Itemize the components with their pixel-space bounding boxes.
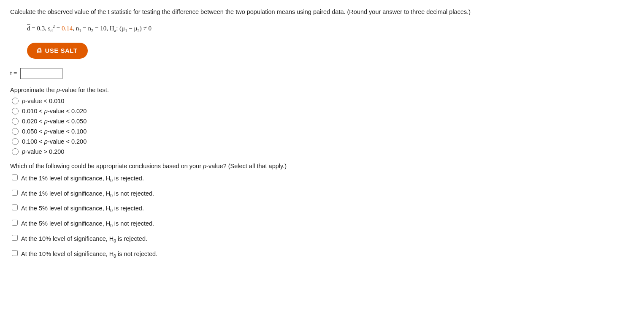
p-value-option-3: 0.020 < p-value < 0.050 <box>12 118 634 125</box>
conclusion-checkbox-5[interactable] <box>12 235 18 241</box>
conclusion-checkbox-3[interactable] <box>12 204 18 210</box>
p-value-option-6: p-value > 0.200 <box>12 148 634 155</box>
t-input-row: t = <box>10 68 634 79</box>
p-value-option-4: 0.050 < p-value < 0.100 <box>12 128 634 135</box>
conclusion-option-2: At the 1% level of significance, H0 is n… <box>12 189 634 198</box>
p-value-radio-1[interactable] <box>12 98 19 104</box>
p-value-prompt: Approximate the p-value for the test. <box>10 87 634 93</box>
p-value-option-5: 0.100 < p-value < 0.200 <box>12 138 634 145</box>
conclusion-label-5: At the 10% level of significance, H0 is … <box>21 235 147 243</box>
question-main-text: Calculate the observed value of the t st… <box>10 8 634 17</box>
conclusion-option-4: At the 5% level of significance, H0 is n… <box>12 219 634 228</box>
conclusion-checkbox-4[interactable] <box>12 220 18 226</box>
conclusion-label-2: At the 1% level of significance, H0 is n… <box>21 190 154 198</box>
d-bar: d = 0.3, sd2 = <box>27 25 62 32</box>
conclusion-checkbox-1[interactable] <box>12 174 18 180</box>
conclusion-label-6: At the 10% level of significance, H0 is … <box>21 251 157 259</box>
p-value-radio-group: p-value < 0.010 0.010 < p-value < 0.020 … <box>12 98 634 155</box>
p-value-label-6: p-value > 0.200 <box>22 148 64 155</box>
p-value-radio-3[interactable] <box>12 118 19 125</box>
conclusion-option-6: At the 10% level of significance, H0 is … <box>12 249 634 259</box>
p-value-radio-2[interactable] <box>12 108 19 114</box>
p-value-radio-6[interactable] <box>12 148 19 155</box>
conclusions-prompt: Which of the following could be appropri… <box>10 163 634 169</box>
sd-sq-value: 0.14 <box>62 25 73 32</box>
t-label: t = <box>10 70 17 77</box>
p-value-label-4: 0.050 < p-value < 0.100 <box>22 128 87 135</box>
conclusion-label-4: At the 5% level of significance, H0 is n… <box>21 220 154 228</box>
p-value-label-5: 0.100 < p-value < 0.200 <box>22 138 87 145</box>
p-value-option-1: p-value < 0.010 <box>12 98 634 104</box>
conclusion-option-5: At the 10% level of significance, H0 is … <box>12 234 634 243</box>
use-salt-button[interactable]: ⎙ USE SALT <box>27 43 88 59</box>
p-value-label-2: 0.010 < p-value < 0.020 <box>22 108 87 114</box>
conclusion-checkbox-6[interactable] <box>12 250 18 256</box>
conclusion-option-1: At the 1% level of significance, H0 is r… <box>12 174 634 183</box>
p-value-label-1: p-value < 0.010 <box>22 98 64 104</box>
formula-rest: , n1 = n2 = 10, Ha: (μ1 − μ2) ≠ 0 <box>73 25 152 32</box>
p-value-label-3: 0.020 < p-value < 0.050 <box>22 118 87 125</box>
conclusion-label-1: At the 1% level of significance, H0 is r… <box>21 175 144 183</box>
p-value-radio-5[interactable] <box>12 138 19 145</box>
conclusion-checkbox-group: At the 1% level of significance, H0 is r… <box>12 174 634 259</box>
salt-button-label: USE SALT <box>45 47 78 54</box>
formula-line: d = 0.3, sd2 = 0.14, n1 = n2 = 10, Ha: (… <box>27 23 634 35</box>
salt-icon: ⎙ <box>37 47 42 54</box>
p-value-radio-4[interactable] <box>12 128 19 135</box>
conclusion-option-3: At the 5% level of significance, H0 is r… <box>12 204 634 213</box>
conclusion-label-3: At the 5% level of significance, H0 is r… <box>21 205 144 213</box>
t-value-input[interactable] <box>20 68 62 79</box>
conclusion-checkbox-2[interactable] <box>12 190 18 196</box>
p-value-option-2: 0.010 < p-value < 0.020 <box>12 108 634 114</box>
